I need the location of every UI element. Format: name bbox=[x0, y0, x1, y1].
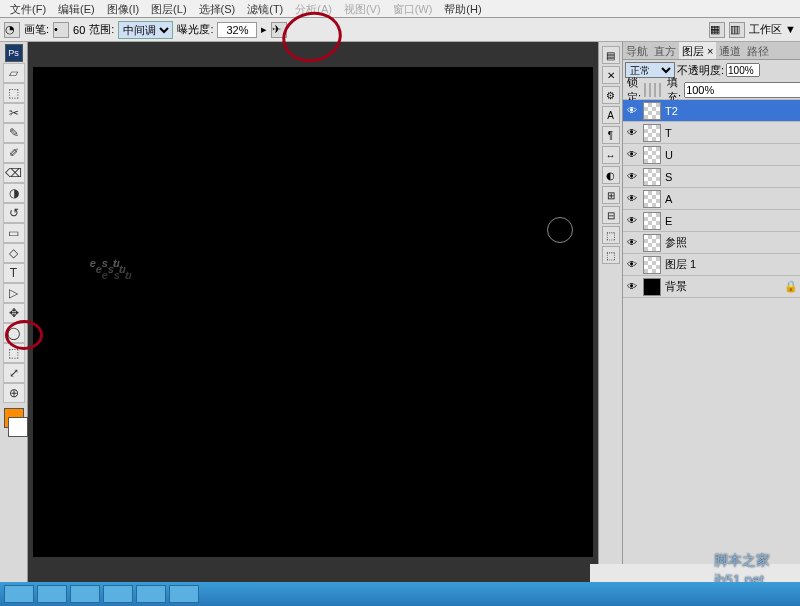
visibility-icon[interactable]: 👁 bbox=[625, 170, 639, 184]
dock-icon[interactable]: ⊟ bbox=[602, 206, 620, 224]
tool-button[interactable]: ⬚ bbox=[3, 83, 25, 103]
taskbar-item[interactable] bbox=[70, 585, 100, 603]
layers-panel: 导航直方图层 ×通道路径 正常 不透明度: 锁定: 填充: 👁T2👁T👁U👁S👁… bbox=[622, 42, 800, 582]
menu-item[interactable]: 文件(F) bbox=[4, 0, 52, 17]
taskbar-item[interactable] bbox=[37, 585, 67, 603]
panel-tabs: 导航直方图层 ×通道路径 bbox=[623, 42, 800, 60]
layer-row[interactable]: 👁U bbox=[623, 144, 800, 166]
dock-icon[interactable]: ⊞ bbox=[602, 186, 620, 204]
layer-row[interactable]: 👁T bbox=[623, 122, 800, 144]
toolbox: Ps ▱⬚✂✎✐⌫◑↺▭◇T▷✥◯⬚⤢⊕ bbox=[0, 42, 28, 582]
tool-button[interactable]: ⊕ bbox=[3, 383, 25, 403]
app-icon: Ps bbox=[5, 44, 23, 62]
menu-item[interactable]: 滤镜(T) bbox=[241, 0, 289, 17]
visibility-icon[interactable]: 👁 bbox=[625, 104, 639, 118]
exposure-arrow-icon[interactable]: ▸ bbox=[261, 23, 267, 36]
tool-button[interactable]: ✐ bbox=[3, 143, 25, 163]
brush-label: 画笔: bbox=[24, 22, 49, 37]
dock-icon[interactable]: ✕ bbox=[602, 66, 620, 84]
taskbar-item[interactable] bbox=[103, 585, 133, 603]
tool-button[interactable]: ⌫ bbox=[3, 163, 25, 183]
arrange-icon[interactable]: ▥ bbox=[729, 22, 745, 38]
layer-row[interactable]: 👁E bbox=[623, 210, 800, 232]
tool-button[interactable]: ⤢ bbox=[3, 363, 25, 383]
dock-icon[interactable]: ⚙ bbox=[602, 86, 620, 104]
dock-icon[interactable]: ⬚ bbox=[602, 246, 620, 264]
menu-item[interactable]: 帮助(H) bbox=[438, 0, 487, 17]
lock-transparent-icon[interactable] bbox=[644, 83, 646, 97]
tool-button[interactable]: ▷ bbox=[3, 283, 25, 303]
menu-item[interactable]: 图层(L) bbox=[145, 0, 192, 17]
dock-icon[interactable]: ↔ bbox=[602, 146, 620, 164]
dock-icon[interactable]: A bbox=[602, 106, 620, 124]
taskbar-item[interactable] bbox=[136, 585, 166, 603]
layer-row[interactable]: 👁S bbox=[623, 166, 800, 188]
tool-button[interactable]: ▱ bbox=[3, 63, 25, 83]
panel-tab[interactable]: 路径 bbox=[744, 42, 772, 59]
taskbar-item[interactable] bbox=[169, 585, 199, 603]
tool-button[interactable]: ▭ bbox=[3, 223, 25, 243]
visibility-icon[interactable]: 👁 bbox=[625, 192, 639, 206]
menu-item[interactable]: 选择(S) bbox=[193, 0, 242, 17]
tool-button[interactable]: ✥ bbox=[3, 303, 25, 323]
lock-position-icon[interactable] bbox=[654, 83, 656, 97]
dock-icon[interactable]: ¶ bbox=[602, 126, 620, 144]
menu-item[interactable]: 编辑(E) bbox=[52, 0, 101, 17]
dock-icon[interactable]: ⬚ bbox=[602, 226, 620, 244]
visibility-icon[interactable]: 👁 bbox=[625, 280, 639, 294]
brush-preview-icon[interactable]: • bbox=[53, 22, 69, 38]
panel-tab[interactable]: 通道 bbox=[716, 42, 744, 59]
layer-name: S bbox=[665, 171, 672, 183]
lock-icon: 🔒 bbox=[784, 280, 798, 293]
tool-button[interactable]: ◇ bbox=[3, 243, 25, 263]
fill-input[interactable] bbox=[684, 82, 800, 98]
layer-list: 👁T2👁T👁U👁S👁A👁E👁参照👁图层 1👁背景🔒 bbox=[623, 100, 800, 582]
airbrush-icon[interactable]: ✈ bbox=[271, 22, 287, 38]
exposure-input[interactable] bbox=[217, 22, 257, 38]
layer-thumbnail bbox=[643, 168, 661, 186]
lock-all-icon[interactable] bbox=[659, 83, 661, 97]
screen-mode-icon[interactable]: ▦ bbox=[709, 22, 725, 38]
layer-name: U bbox=[665, 149, 673, 161]
visibility-icon[interactable]: 👁 bbox=[625, 214, 639, 228]
menu-item[interactable]: 分析(A) bbox=[289, 0, 338, 17]
tool-button[interactable]: ◑ bbox=[3, 183, 25, 203]
dock-icon[interactable]: ▤ bbox=[602, 46, 620, 64]
document-canvas[interactable]: tuse tuse bbox=[33, 67, 593, 557]
panel-dock: ▤✕⚙A¶↔◐⊞⊟⬚⬚ bbox=[598, 42, 622, 582]
layer-row[interactable]: 👁图层 1 bbox=[623, 254, 800, 276]
dock-icon[interactable]: ◐ bbox=[602, 166, 620, 184]
menubar: 文件(F)编辑(E)图像(I)图层(L)选择(S)滤镜(T)分析(A)视图(V)… bbox=[0, 0, 800, 18]
background-color[interactable] bbox=[8, 417, 28, 437]
panel-tab[interactable]: 导航 bbox=[623, 42, 651, 59]
taskbar-item[interactable] bbox=[4, 585, 34, 603]
tool-preset-icon[interactable]: ◔ bbox=[4, 22, 20, 38]
visibility-icon[interactable]: 👁 bbox=[625, 126, 639, 140]
menu-item[interactable]: 视图(V) bbox=[338, 0, 387, 17]
range-label: 范围: bbox=[89, 22, 114, 37]
visibility-icon[interactable]: 👁 bbox=[625, 148, 639, 162]
layer-row[interactable]: 👁A bbox=[623, 188, 800, 210]
tool-button[interactable]: ✎ bbox=[3, 123, 25, 143]
layer-name: 背景 bbox=[665, 279, 687, 294]
tool-button[interactable]: ◯ bbox=[3, 323, 25, 343]
visibility-icon[interactable]: 👁 bbox=[625, 258, 639, 272]
visibility-icon[interactable]: 👁 bbox=[625, 236, 639, 250]
opacity-input[interactable] bbox=[726, 63, 760, 77]
tool-button[interactable]: ⬚ bbox=[3, 343, 25, 363]
menu-item[interactable]: 窗口(W) bbox=[387, 0, 439, 17]
workspace-label[interactable]: 工作区 ▼ bbox=[749, 22, 796, 37]
tool-button[interactable]: T bbox=[3, 263, 25, 283]
layer-row[interactable]: 👁参照 bbox=[623, 232, 800, 254]
panel-tab[interactable]: 直方 bbox=[651, 42, 679, 59]
layer-row[interactable]: 👁背景🔒 bbox=[623, 276, 800, 298]
panel-tab[interactable]: 图层 × bbox=[679, 42, 716, 59]
menu-item[interactable]: 图像(I) bbox=[101, 0, 145, 17]
layer-row[interactable]: 👁T2 bbox=[623, 100, 800, 122]
range-select[interactable]: 中间调 bbox=[118, 21, 173, 39]
tool-button[interactable]: ✂ bbox=[3, 103, 25, 123]
layer-name: 参照 bbox=[665, 235, 687, 250]
layer-thumbnail bbox=[643, 146, 661, 164]
tool-button[interactable]: ↺ bbox=[3, 203, 25, 223]
lock-pixels-icon[interactable] bbox=[649, 83, 651, 97]
